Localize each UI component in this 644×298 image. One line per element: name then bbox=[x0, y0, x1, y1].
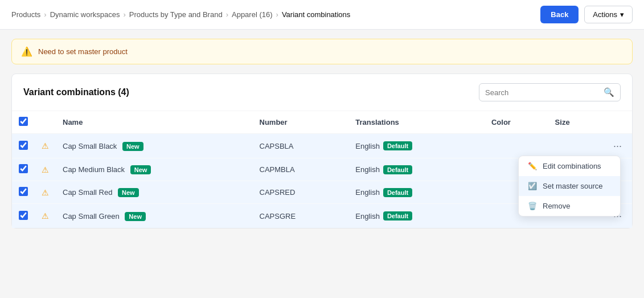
alert-triangle-icon-4: ⚠ bbox=[42, 211, 49, 221]
breadcrumb-sep-2: › bbox=[123, 10, 125, 19]
back-button[interactable]: Back bbox=[540, 6, 579, 23]
row-name-2: Cap Medium Black bbox=[63, 165, 125, 174]
chevron-down-icon: ▾ bbox=[620, 10, 624, 19]
th-size: Size bbox=[548, 111, 603, 134]
row-name-cell-1: Cap Small Black New bbox=[56, 134, 253, 158]
breadcrumb-products-by-type[interactable]: Products by Type and Brand bbox=[129, 10, 223, 19]
row-badge-new-4: New bbox=[125, 212, 146, 221]
search-input[interactable] bbox=[485, 88, 599, 97]
row-checkbox-cell-2 bbox=[12, 158, 35, 181]
row-number-cell-1: CAPSBLA bbox=[253, 134, 349, 158]
row-name-cell-3: Cap Small Red New bbox=[56, 181, 253, 204]
th-color: Color bbox=[485, 111, 548, 134]
card-header: Variant combinations (4) 🔍 bbox=[12, 74, 632, 111]
warning-banner: ⚠️ Need to set master product bbox=[11, 39, 633, 64]
row-checkbox-4[interactable] bbox=[19, 211, 28, 220]
row-checkbox-cell-3 bbox=[12, 181, 35, 204]
row-action-cell-1: ··· ✏️ Edit combinations ☑️ Set master s… bbox=[603, 134, 632, 158]
row-default-badge-2: Default bbox=[383, 165, 412, 174]
breadcrumb: Products › Dynamic workspaces › Products… bbox=[11, 10, 350, 19]
menu-edit-combinations[interactable]: ✏️ Edit combinations bbox=[519, 156, 620, 176]
row-default-badge-1: Default bbox=[383, 141, 412, 150]
row-alert-cell-3: ⚠ bbox=[35, 181, 56, 204]
row-translation-lang-1: English bbox=[355, 142, 380, 150]
row-checkbox-3[interactable] bbox=[19, 187, 28, 196]
breadcrumb-sep-4: › bbox=[276, 10, 278, 19]
row-checkbox-1[interactable] bbox=[19, 141, 28, 150]
row-number-2: CAPMBLA bbox=[260, 165, 295, 174]
row-badge-new-3: New bbox=[118, 188, 139, 197]
row-name-3: Cap Small Red bbox=[63, 188, 112, 197]
actions-label: Actions bbox=[593, 10, 617, 19]
combinations-table: Name Number Translations Color Size ⚠ bbox=[12, 111, 632, 228]
breadcrumb-dynamic-workspaces[interactable]: Dynamic workspaces bbox=[50, 10, 120, 19]
topbar-actions: Back Actions ▾ bbox=[540, 6, 633, 23]
row-name-cell-2: Cap Medium Black New bbox=[56, 158, 253, 181]
row-alert-cell-1: ⚠ bbox=[35, 134, 56, 158]
th-actions bbox=[603, 111, 632, 134]
variant-combinations-card: Variant combinations (4) 🔍 Name Number T… bbox=[11, 74, 633, 228]
remove-icon: 🗑️ bbox=[528, 202, 537, 210]
row-dots-button-1[interactable]: ··· bbox=[610, 140, 625, 152]
menu-set-master-label: Set master source bbox=[543, 182, 603, 190]
breadcrumb-apparel[interactable]: Apparel (16) bbox=[232, 10, 273, 19]
row-translations-cell-3: English Default bbox=[348, 181, 485, 204]
row-alert-cell-2: ⚠ bbox=[35, 158, 56, 181]
row-translation-lang-4: English bbox=[355, 212, 380, 221]
table-row: ⚠ Cap Small Black New CAPSBLA English De… bbox=[12, 134, 632, 158]
row-name-1: Cap Small Black bbox=[63, 142, 117, 150]
row-checkbox-cell-1 bbox=[12, 134, 35, 158]
row-translations-cell-1: English Default bbox=[348, 134, 485, 158]
table-header-row: Name Number Translations Color Size bbox=[12, 111, 632, 134]
row-badge-new-2: New bbox=[130, 165, 151, 174]
row-number-cell-2: CAPMBLA bbox=[253, 158, 349, 181]
row-translations-cell-4: English Default bbox=[348, 204, 485, 228]
row-number-cell-4: CAPSGRE bbox=[253, 204, 349, 228]
row-color-cell-1 bbox=[485, 134, 548, 158]
row-checkbox-cell-4 bbox=[12, 204, 35, 228]
row-number-cell-3: CAPSRED bbox=[253, 181, 349, 204]
warning-message: Need to set master product bbox=[38, 47, 128, 56]
th-select-all bbox=[12, 111, 35, 134]
alert-triangle-icon-2: ⚠ bbox=[42, 165, 49, 174]
row-badge-new-1: New bbox=[122, 142, 143, 151]
th-alert bbox=[35, 111, 56, 134]
row-default-badge-4: Default bbox=[383, 211, 412, 221]
row-translation-lang-2: English bbox=[355, 165, 380, 174]
row-default-badge-3: Default bbox=[383, 188, 412, 197]
menu-remove-label: Remove bbox=[543, 202, 570, 210]
topbar: Products › Dynamic workspaces › Products… bbox=[0, 0, 644, 30]
select-all-checkbox[interactable] bbox=[19, 117, 28, 126]
breadcrumb-sep-1: › bbox=[44, 10, 46, 19]
row-translations-cell-2: English Default bbox=[348, 158, 485, 181]
row-checkbox-2[interactable] bbox=[19, 164, 28, 173]
search-box: 🔍 bbox=[479, 83, 621, 101]
th-translations: Translations bbox=[348, 111, 485, 134]
breadcrumb-sep-3: › bbox=[226, 10, 228, 19]
alert-triangle-icon-3: ⚠ bbox=[42, 188, 49, 197]
row-number-4: CAPSGRE bbox=[260, 212, 296, 221]
menu-set-master-source[interactable]: ☑️ Set master source bbox=[519, 176, 620, 196]
menu-remove[interactable]: 🗑️ Remove bbox=[519, 196, 620, 216]
set-master-icon: ☑️ bbox=[528, 182, 537, 190]
row-name-4: Cap Small Green bbox=[63, 212, 120, 221]
breadcrumb-products[interactable]: Products bbox=[11, 10, 40, 19]
row-name-cell-4: Cap Small Green New bbox=[56, 204, 253, 228]
actions-button[interactable]: Actions ▾ bbox=[584, 6, 633, 23]
row-size-cell-1 bbox=[548, 134, 603, 158]
th-name: Name bbox=[56, 111, 253, 134]
row-translation-lang-3: English bbox=[355, 188, 380, 197]
edit-icon: ✏️ bbox=[528, 162, 537, 170]
menu-edit-label: Edit combinations bbox=[543, 162, 601, 170]
card-title: Variant combinations (4) bbox=[23, 87, 129, 97]
alert-triangle-icon-1: ⚠ bbox=[42, 141, 49, 150]
row-number-1: CAPSBLA bbox=[260, 142, 294, 150]
search-icon: 🔍 bbox=[604, 87, 614, 97]
th-number: Number bbox=[253, 111, 349, 134]
warning-icon: ⚠️ bbox=[21, 46, 32, 57]
row-alert-cell-4: ⚠ bbox=[35, 204, 56, 228]
row-number-3: CAPSRED bbox=[260, 188, 296, 197]
breadcrumb-current: Variant combinations bbox=[282, 10, 350, 19]
main-content: ⚠️ Need to set master product Variant co… bbox=[0, 30, 644, 238]
context-menu: ✏️ Edit combinations ☑️ Set master sourc… bbox=[518, 156, 621, 217]
